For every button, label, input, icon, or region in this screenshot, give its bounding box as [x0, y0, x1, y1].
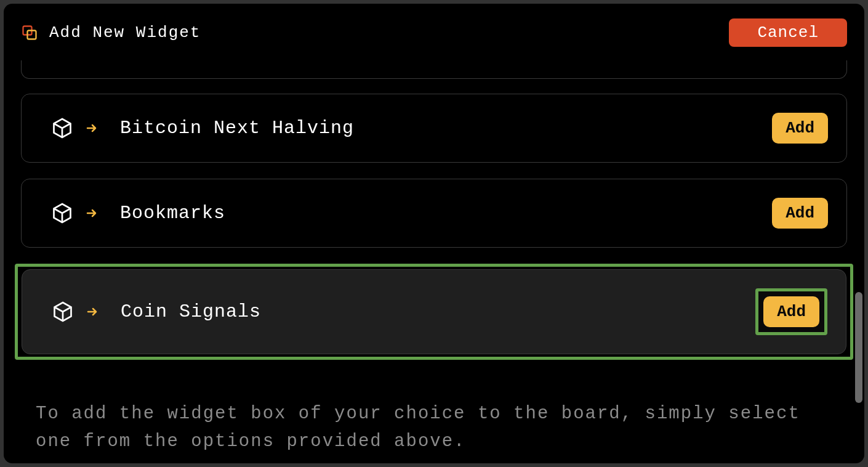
widget-card-coin-signals[interactable]: Coin Signals Add: [22, 269, 846, 354]
cube-icon: [51, 117, 73, 139]
scrollbar[interactable]: [855, 39, 862, 402]
modal-header: Add New Widget Cancel: [4, 4, 864, 57]
arrow-right-icon: [85, 304, 100, 319]
cube-icon: [51, 202, 73, 224]
arrow-right-icon: [84, 121, 99, 136]
add-widget-modal: Add New Widget Cancel Bitcoin Next Halvi…: [4, 4, 864, 463]
copy-icon: [21, 24, 38, 41]
widget-label: Bitcoin Next Halving: [120, 118, 354, 139]
widget-card-partial: [21, 60, 847, 79]
widget-label: Coin Signals: [121, 301, 261, 322]
scrollbar-thumb[interactable]: [855, 292, 862, 403]
add-button[interactable]: Add: [772, 198, 828, 229]
help-text: To add the widget box of your choice to …: [18, 376, 850, 463]
add-button[interactable]: Add: [763, 296, 819, 327]
highlighted-add-box: Add: [755, 288, 827, 335]
widget-label: Bookmarks: [120, 203, 225, 224]
widget-card-bitcoin-halving[interactable]: Bitcoin Next Halving Add: [21, 94, 847, 163]
cube-icon: [52, 301, 74, 323]
add-button[interactable]: Add: [772, 113, 828, 144]
modal-title: Add New Widget: [49, 23, 201, 42]
highlighted-widget-row: Coin Signals Add: [15, 264, 853, 360]
arrow-right-icon: [84, 206, 99, 221]
widget-card-bookmarks[interactable]: Bookmarks Add: [21, 179, 847, 248]
cancel-button[interactable]: Cancel: [729, 18, 847, 47]
widget-list: Bitcoin Next Halving Add Bookmarks Add: [4, 57, 864, 463]
